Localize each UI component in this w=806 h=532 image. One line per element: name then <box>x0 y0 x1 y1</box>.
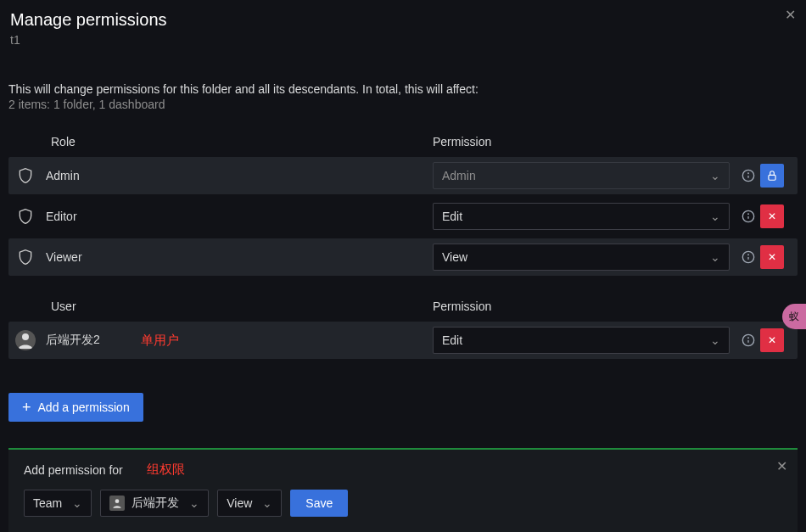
add-permission-button[interactable]: + Add a permission <box>8 393 143 422</box>
col-user: User <box>51 300 433 313</box>
delete-button[interactable]: ✕ <box>760 245 784 269</box>
svg-point-2 <box>748 173 749 174</box>
svg-rect-3 <box>769 175 775 180</box>
chevron-down-icon: ⌄ <box>710 169 720 182</box>
floating-badge[interactable]: 蚁 <box>782 304 806 329</box>
info-icon[interactable] <box>736 210 760 223</box>
role-row-admin: Admin Admin ⌄ <box>8 157 798 194</box>
role-row-viewer: Viewer View ⌄ ✕ <box>8 238 798 276</box>
chevron-down-icon: ⌄ <box>710 333 720 347</box>
users-section: User Permission 后端开发2 单用户 Edit ⌄ <box>8 300 798 359</box>
permission-select-user[interactable]: Edit ⌄ <box>433 327 730 354</box>
info-icon[interactable] <box>736 169 760 182</box>
shield-icon <box>15 165 36 186</box>
delete-button[interactable]: ✕ <box>760 204 784 228</box>
lock-icon <box>760 164 784 188</box>
avatar <box>15 330 36 350</box>
add-permission-panel: ✕ Add permission for 组权限 Team ⌄ 后端开发 ⌄ V… <box>8 448 798 532</box>
permission-select-editor[interactable]: Edit ⌄ <box>433 203 730 230</box>
svg-point-14 <box>115 499 120 503</box>
warning-line2: 2 items: 1 folder, 1 dashboard <box>8 98 798 111</box>
annotation-group-permission: 组权限 <box>147 462 185 478</box>
page-subtitle: t1 <box>10 33 792 47</box>
chevron-down-icon: ⌄ <box>189 496 199 510</box>
shield-icon <box>15 206 36 227</box>
user-name: 后端开发2 <box>46 333 100 348</box>
warning-line1: This will change permissions for this fo… <box>8 82 798 96</box>
col-permission: Permission <box>433 135 736 148</box>
svg-point-10 <box>22 333 29 340</box>
type-select[interactable]: Team ⌄ <box>24 490 92 517</box>
page-title: Manage permissions <box>10 10 792 30</box>
panel-title: Add permission for <box>24 463 123 477</box>
permission-select-admin: Admin ⌄ <box>433 162 730 189</box>
perm-select[interactable]: View ⌄ <box>217 490 282 517</box>
roles-section: Role Permission Admin Admin ⌄ <box>8 135 798 276</box>
svg-point-13 <box>748 338 749 339</box>
role-row-editor: Editor Edit ⌄ ✕ <box>8 198 798 235</box>
chevron-down-icon: ⌄ <box>710 210 720 223</box>
close-icon[interactable]: ✕ <box>785 7 796 23</box>
info-icon[interactable] <box>736 333 760 347</box>
annotation-single-user: 单用户 <box>141 333 179 349</box>
role-name: Editor <box>46 210 77 223</box>
close-icon[interactable]: ✕ <box>776 458 787 474</box>
chevron-down-icon: ⌄ <box>710 250 720 264</box>
col-permission: Permission <box>433 300 736 313</box>
info-icon[interactable] <box>736 250 760 264</box>
delete-button[interactable]: ✕ <box>760 328 784 352</box>
shield-icon <box>15 247 36 267</box>
svg-point-6 <box>748 214 749 215</box>
team-avatar-icon <box>109 496 125 511</box>
role-name: Viewer <box>46 250 82 264</box>
save-button[interactable]: Save <box>290 490 348 517</box>
user-row: 后端开发2 单用户 Edit ⌄ ✕ <box>8 322 798 359</box>
team-select[interactable]: 后端开发 ⌄ <box>100 490 209 517</box>
chevron-down-icon: ⌄ <box>72 496 82 510</box>
role-name: Admin <box>46 169 80 182</box>
col-role: Role <box>51 135 433 148</box>
svg-point-9 <box>748 255 749 255</box>
permission-select-viewer[interactable]: View ⌄ <box>433 244 730 271</box>
chevron-down-icon: ⌄ <box>262 496 272 510</box>
